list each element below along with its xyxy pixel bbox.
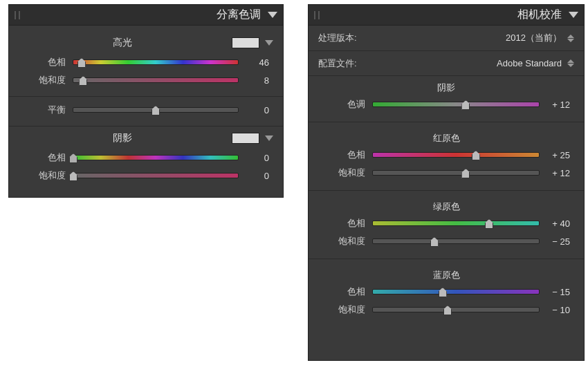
slider-label: 色相: [19, 56, 66, 68]
slider-label: 饱和度: [19, 74, 66, 86]
slider-value[interactable]: − 10: [546, 305, 574, 315]
slider-value[interactable]: 8: [246, 75, 273, 86]
panel-title: 分离色调: [217, 8, 261, 22]
shadows-group: 阴影 色调 + 12: [309, 75, 584, 119]
slider-label: 色相: [318, 286, 365, 298]
stepper-icon[interactable]: [567, 35, 574, 42]
red-primary-group: 红原色 色相 + 25 饱和度 + 12: [309, 122, 584, 187]
slider-value[interactable]: + 12: [546, 100, 574, 110]
shadows-tint-slider[interactable]: [372, 102, 540, 107]
profile-row: 配置文件: Adobe Standard: [309, 50, 584, 75]
green-hue-row: 色相 + 40: [318, 214, 574, 232]
highlights-swatch[interactable]: [232, 37, 259, 48]
green-hue-slider[interactable]: [372, 221, 540, 226]
slider-handle[interactable]: [69, 171, 77, 181]
balance-slider[interactable]: [73, 107, 239, 113]
slider-handle[interactable]: [151, 106, 160, 115]
panel-header[interactable]: 分离色调: [9, 5, 283, 26]
shadows-title: 阴影: [19, 132, 226, 144]
slider-value[interactable]: 0: [246, 153, 273, 163]
slider-handle[interactable]: [79, 76, 87, 86]
slider-label: 色相: [318, 217, 365, 230]
chevron-down-icon[interactable]: [265, 40, 273, 46]
blue-sat-slider[interactable]: [372, 307, 540, 312]
slider-handle[interactable]: [443, 306, 452, 315]
slider-handle[interactable]: [472, 151, 480, 160]
slider-handle[interactable]: [439, 288, 447, 297]
balance-row: 平衡 0: [19, 101, 273, 119]
green-sat-slider[interactable]: [372, 238, 540, 244]
slider-value[interactable]: − 25: [546, 236, 574, 247]
chevron-down-icon[interactable]: [265, 135, 273, 141]
green-title: 绿原色: [318, 196, 574, 214]
panel-header[interactable]: 相机校准: [309, 5, 584, 26]
process-version-label: 处理版本:: [318, 32, 394, 44]
process-version-value[interactable]: 2012（当前）: [506, 32, 562, 44]
stepper-icon[interactable]: [567, 59, 574, 67]
slider-handle[interactable]: [461, 169, 470, 178]
highlights-sat-slider[interactable]: [73, 77, 239, 83]
panel-title: 相机校准: [517, 8, 562, 22]
shadows-swatch[interactable]: [232, 133, 259, 144]
highlights-section: 高光 色相 46 饱和度 8: [9, 31, 283, 96]
slider-label: 饱和度: [318, 167, 365, 179]
red-sat-slider[interactable]: [372, 170, 540, 176]
profile-value[interactable]: Adobe Standard: [497, 58, 562, 68]
slider-handle[interactable]: [69, 153, 77, 163]
shadows-section: 阴影 色相 0 饱和度 0: [9, 126, 283, 191]
blue-sat-row: 饱和度 − 10: [318, 301, 574, 319]
highlights-sat-row: 饱和度 8: [19, 71, 273, 89]
shadows-sat-slider[interactable]: [73, 173, 239, 178]
slider-label: 饱和度: [318, 303, 365, 316]
slider-handle[interactable]: [430, 237, 439, 247]
shadows-hue-slider[interactable]: [73, 155, 239, 160]
slider-value[interactable]: + 25: [546, 150, 574, 160]
shadows-tint-row: 色调 + 12: [318, 95, 574, 113]
red-hue-slider[interactable]: [372, 152, 540, 158]
highlights-hue-row: 色相 46: [19, 53, 273, 71]
red-sat-row: 饱和度 + 12: [318, 164, 574, 182]
slider-handle[interactable]: [461, 100, 470, 110]
slider-value[interactable]: 0: [246, 171, 273, 181]
profile-label: 配置文件:: [318, 57, 394, 70]
green-sat-row: 饱和度 − 25: [318, 232, 574, 250]
shadows-title: 阴影: [318, 77, 574, 95]
blue-hue-row: 色相 − 15: [318, 283, 574, 301]
slider-value[interactable]: + 40: [546, 218, 574, 229]
slider-value[interactable]: − 15: [546, 287, 574, 297]
grip-icon: [314, 11, 320, 19]
blue-hue-slider[interactable]: [372, 289, 540, 294]
shadows-sat-row: 饱和度 0: [19, 167, 273, 185]
highlights-hue-slider[interactable]: [73, 59, 239, 65]
slider-value[interactable]: 46: [246, 57, 273, 68]
slider-label: 色调: [318, 98, 365, 111]
slider-value[interactable]: + 12: [546, 168, 574, 178]
green-primary-group: 绿原色 色相 + 40 饱和度 − 25: [309, 190, 584, 256]
panel-body: 高光 色相 46 饱和度 8 平衡: [9, 26, 283, 197]
grip-icon: [15, 11, 20, 19]
slider-value[interactable]: 0: [246, 105, 273, 115]
slider-handle[interactable]: [485, 219, 493, 229]
process-version-row: 处理版本: 2012（当前）: [309, 26, 584, 50]
shadows-hue-row: 色相 0: [19, 149, 273, 167]
camera-calibration-panel: 相机校准 处理版本: 2012（当前） 配置文件: Adobe Standard…: [308, 4, 585, 361]
slider-label: 饱和度: [318, 235, 365, 247]
slider-label: 饱和度: [19, 169, 66, 182]
slider-handle[interactable]: [77, 58, 86, 68]
slider-label: 色相: [318, 149, 365, 161]
red-title: 红原色: [318, 128, 574, 146]
split-toning-panel: 分离色调 高光 色相 46 饱和度 8: [8, 4, 284, 198]
slider-label: 平衡: [19, 104, 66, 116]
collapse-icon[interactable]: [268, 12, 277, 18]
highlights-title: 高光: [19, 37, 226, 49]
balance-section: 平衡 0: [9, 96, 283, 126]
blue-title: 蓝原色: [318, 265, 574, 283]
red-hue-row: 色相 + 25: [318, 146, 574, 164]
blue-primary-group: 蓝原色 色相 − 15 饱和度 − 10: [309, 259, 584, 324]
collapse-icon[interactable]: [569, 12, 578, 18]
slider-label: 色相: [19, 151, 66, 164]
